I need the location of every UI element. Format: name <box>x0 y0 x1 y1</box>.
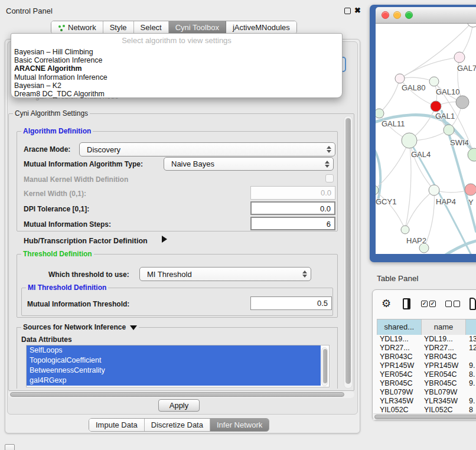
network-node-gal4[interactable] <box>402 133 417 148</box>
network-node-hap4[interactable] <box>429 185 439 195</box>
dropdown-item-basic-correlation-inference[interactable]: Basic Correlation Inference <box>11 56 342 64</box>
network-titlebar[interactable] <box>376 7 476 24</box>
float-window-icon[interactable] <box>344 8 351 14</box>
tab-discretize-data[interactable]: Discretize Data <box>145 419 210 431</box>
attribute-item-betweennesscentrality[interactable]: BetweennessCentrality <box>27 366 321 376</box>
collapse-arrow-icon[interactable] <box>130 325 137 330</box>
table-cell: 12 <box>466 344 476 353</box>
algorithm-dropdown: Select algorithm to view settings Bayesi… <box>11 33 343 98</box>
mi-threshold-field[interactable]: 0.5 <box>250 296 332 310</box>
mi-steps-field[interactable]: 6 <box>250 217 335 230</box>
close-traffic-icon[interactable] <box>382 11 389 19</box>
network-node-gal80[interactable] <box>395 74 405 83</box>
tab-label: Discretize Data <box>151 420 203 429</box>
settings-scrollbar[interactable] <box>344 116 353 389</box>
network-node[interactable] <box>456 96 469 109</box>
table-row[interactable]: YDR27...YDR27...12 <box>377 344 476 353</box>
thick-edges <box>376 111 476 254</box>
network-node-gal10[interactable] <box>429 77 439 86</box>
which-threshold-value: MI Threshold <box>140 270 301 279</box>
tab-style[interactable]: Style <box>103 21 134 34</box>
table-row[interactable]: YIL052CYIL052C8 <box>377 406 476 413</box>
table-header-row: shared...name <box>377 319 476 335</box>
table-row[interactable]: YBR045CYBR045C9. <box>377 379 476 388</box>
close-icon[interactable]: ✖ <box>354 7 361 14</box>
settings-hscrollbar-thumb[interactable] <box>10 392 344 397</box>
tab-jactivemnodules[interactable]: jActiveMNodules <box>226 21 296 34</box>
table-cell: 8. <box>466 370 476 379</box>
table-row[interactable]: YLR345WYLR345W9. <box>377 397 476 406</box>
attribute-item-topologicalcoefficient[interactable]: TopologicalCoefficient <box>27 356 321 366</box>
network-node-gal1[interactable] <box>444 125 454 135</box>
sources-title: Sources for Network Inference <box>21 323 139 331</box>
kernel-width-label: Kernel Width (0,1): <box>24 190 86 198</box>
algorithm-definition-title: Algorithm Definition <box>21 127 93 135</box>
dropdown-item-dream8-dc-tdc-algorithm[interactable]: Dream8 DC_TDC Algorithm <box>11 90 342 98</box>
minimize-traffic-icon[interactable] <box>393 11 401 19</box>
network-node-y[interactable] <box>465 184 476 195</box>
select-all-columns-icon[interactable]: ✓✓ <box>421 301 436 307</box>
expand-arrow-icon[interactable] <box>162 236 167 243</box>
kernel-width-field[interactable]: 0.0 <box>250 186 335 200</box>
column-header-name[interactable]: name <box>422 319 467 335</box>
table-hscrollbar-thumb[interactable] <box>374 415 476 419</box>
network-canvas[interactable]: GAL7GAL80GAL10GAL1GAL11SWI4GAL4GCY1HAP4Y… <box>376 24 476 254</box>
mi-type-combo[interactable]: Naive Bayes <box>164 157 334 171</box>
deselect-all-columns-icon[interactable] <box>445 301 460 307</box>
mi-type-label: Mutual Information Algorithm Type: <box>24 160 143 168</box>
network-node-swi4[interactable] <box>468 148 476 161</box>
table-row[interactable]: YPR145WYPR145W9. <box>377 361 476 370</box>
settings-scrollbar-thumb[interactable] <box>345 118 351 384</box>
which-threshold-label: Which threshold to use: <box>48 270 129 279</box>
export-table-icon[interactable] <box>470 298 476 310</box>
apply-button[interactable]: Apply <box>158 399 200 412</box>
dropdown-item-mutual-information-inference[interactable]: Mutual Information Inference <box>11 73 342 81</box>
network-node[interactable] <box>431 101 441 112</box>
network-node-gal7[interactable] <box>454 52 465 63</box>
tab-label: Style <box>110 23 127 32</box>
table-row[interactable]: YER054CYER054C8. <box>377 370 476 379</box>
manual-kernel-checkbox[interactable] <box>325 174 334 182</box>
table-cell: 8 <box>466 406 476 413</box>
network-node[interactable] <box>467 24 476 27</box>
column-header-cut[interactable] <box>466 319 476 335</box>
node-label-gal10: GAL10 <box>436 87 459 96</box>
column-header-shared[interactable]: shared... <box>377 319 422 335</box>
table-cell: YDR27... <box>421 344 466 353</box>
table-cell: YIL052C <box>377 406 421 413</box>
table-cell <box>466 353 476 361</box>
tab-cyni-toolbox[interactable]: Cyni Toolbox <box>169 21 226 34</box>
table-cell: 13 <box>466 335 476 344</box>
table-row[interactable]: YBR043CYBR043C <box>377 353 476 361</box>
network-node-gal11[interactable] <box>376 109 384 118</box>
table-cell: YLR345W <box>377 397 421 406</box>
which-threshold-combo[interactable]: MI Threshold <box>139 267 311 281</box>
dpi-tolerance-field[interactable]: 0.0 <box>250 201 335 215</box>
minimized-panel-icon[interactable] <box>5 444 15 450</box>
network-node-hap2[interactable] <box>401 226 409 234</box>
dropdown-item-aracne-algorithm[interactable]: ARACNE Algorithm <box>11 64 342 73</box>
table-cell: YBL079W <box>377 388 421 397</box>
gear-icon[interactable]: ⚙ <box>382 298 391 309</box>
table-hscrollbar[interactable] <box>373 413 476 420</box>
screen: Control Panel ✖ NetworkStyleSelectCyni T… <box>0 0 476 450</box>
tab-label: Network <box>68 23 96 32</box>
tab-select[interactable]: Select <box>134 21 169 34</box>
network-edge <box>405 141 411 230</box>
dropdown-item-bayesian-hill-climbing[interactable]: Bayesian – Hill Climbing <box>11 48 342 56</box>
network-edge <box>405 190 434 230</box>
aracne-mode-combo[interactable]: Discovery <box>79 142 335 156</box>
attribute-item-selfloops[interactable]: SelfLoops <box>27 345 321 356</box>
table-row[interactable]: YBL079WYBL079W <box>377 388 476 397</box>
attributes-scrollbar[interactable] <box>321 347 328 386</box>
tab-impute-data[interactable]: Impute Data <box>89 419 145 431</box>
attribute-item-gal4rgexp[interactable]: gal4RGexp <box>27 376 321 386</box>
dropdown-item-bayesian-k2[interactable]: Bayesian – K2 <box>11 81 342 90</box>
column-layout-icon[interactable] <box>403 298 410 309</box>
settings-hscrollbar[interactable] <box>8 391 354 398</box>
table-row[interactable]: YDL19...YDL19...13 <box>377 335 476 344</box>
zoom-traffic-icon[interactable] <box>405 11 413 19</box>
tab-network[interactable]: Network <box>51 21 103 34</box>
data-attributes-list[interactable]: SelfLoopsTopologicalCoefficientBetweenne… <box>26 345 330 387</box>
tab-infer-network[interactable]: Infer Network <box>210 419 269 431</box>
